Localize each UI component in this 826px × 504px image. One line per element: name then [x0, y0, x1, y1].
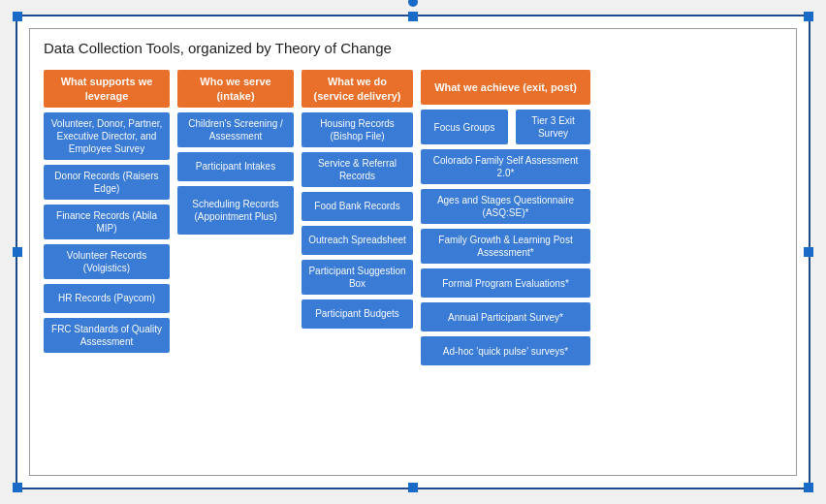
- handle-mr: [804, 247, 813, 257]
- column-3: What we do (service delivery) Housing Re…: [302, 70, 413, 329]
- column-4: What we achieve (exit, post) Focus Group…: [421, 70, 590, 365]
- col1-item-6: FRC Standards of Quality Assessment: [44, 318, 170, 353]
- col4-item-4: Formal Program Evaluations*: [421, 268, 590, 298]
- col4-header: What we achieve (exit, post): [421, 70, 590, 105]
- col2-header: Who we serve (intake): [177, 70, 294, 108]
- col1-item-4: Volunteer Records (Volgistics): [44, 244, 170, 279]
- main-container: Data Collection Tools, organized by Theo…: [16, 15, 810, 489]
- handle-ml: [13, 247, 22, 257]
- col4-item-2: Ages and Stages Questionnaire (ASQ:SE)*: [421, 189, 590, 224]
- handle-bm: [408, 483, 418, 492]
- col4-item-6: Ad-hoc 'quick pulse' surveys*: [421, 336, 590, 365]
- col4-items: Colorado Family Self Assessment 2.0* Age…: [421, 149, 590, 365]
- col3-item-2: Service & Referral Records: [302, 152, 413, 187]
- col1-item-3: Finance Records (Abila MIP): [44, 205, 170, 239]
- col4-tier3: Tier 3 Exit Survey: [516, 110, 590, 144]
- col4-item-1: Colorado Family Self Assessment 2.0*: [421, 149, 590, 184]
- col3-header: What we do (service delivery): [302, 70, 413, 108]
- col2-item-1: Children's Screening / Assessment: [177, 112, 294, 147]
- top-handle-dot: [408, 0, 418, 7]
- col4-top-row: Focus Groups Tier 3 Exit Survey: [421, 110, 590, 144]
- handle-bl: [13, 483, 22, 492]
- columns-container: What supports we leverage Volunteer, Don…: [44, 70, 782, 365]
- col3-item-1: Housing Records (Bishop File): [302, 112, 413, 147]
- col4-item-3: Family Growth & Learning Post Assessment…: [421, 229, 590, 264]
- col4-focus-groups: Focus Groups: [421, 110, 508, 144]
- column-2: Who we serve (intake) Children's Screeni…: [177, 70, 294, 235]
- col1-item-5: HR Records (Paycom): [44, 284, 170, 313]
- column-1: What supports we leverage Volunteer, Don…: [44, 70, 170, 353]
- col2-item-3: Scheduling Records (Appointment Plus): [177, 186, 294, 235]
- col3-item-4: Outreach Spreadsheet: [302, 226, 413, 255]
- handle-br: [804, 483, 813, 492]
- inner-box: Data Collection Tools, organized by Theo…: [29, 28, 797, 476]
- handle-tm: [408, 12, 418, 21]
- col1-item-2: Donor Records (Raisers Edge): [44, 165, 170, 200]
- col3-item-3: Food Bank Records: [302, 192, 413, 221]
- col1-item-1: Volunteer, Donor, Partner, Executive Dir…: [44, 112, 170, 160]
- col3-item-5: Participant Suggestion Box: [302, 260, 413, 295]
- col1-header: What supports we leverage: [44, 70, 170, 108]
- handle-tl: [13, 12, 22, 21]
- diagram-title: Data Collection Tools, organized by Theo…: [44, 39, 782, 58]
- col2-item-2: Participant Intakes: [177, 152, 294, 181]
- col4-item-5: Annual Participant Survey*: [421, 302, 590, 331]
- handle-tr: [804, 12, 813, 21]
- col3-item-6: Participant Budgets: [302, 299, 413, 329]
